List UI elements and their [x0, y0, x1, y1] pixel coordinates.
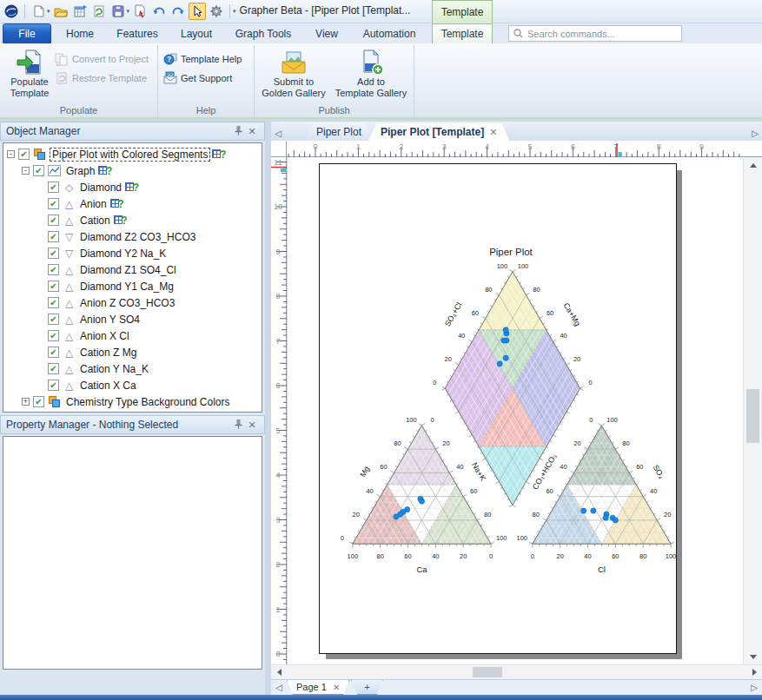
- doc-tab-piper-plot-template[interactable]: Piper Plot [Template] ✕: [368, 123, 509, 141]
- close-page-icon[interactable]: ✕: [333, 683, 340, 692]
- doc-tab-scroll-left-icon[interactable]: ◁: [271, 125, 285, 141]
- convert-to-project-button[interactable]: Convert to Project: [55, 50, 149, 68]
- restore-template-button[interactable]: Restore Template: [55, 69, 147, 87]
- vertical-scrollbar[interactable]: [743, 157, 762, 664]
- page-tab-scroll-right-icon[interactable]: ▷: [746, 683, 762, 692]
- redo-icon[interactable]: [169, 3, 187, 20]
- hscroll-thumb[interactable]: [473, 667, 502, 677]
- tab-view[interactable]: View: [306, 23, 348, 43]
- tab-home[interactable]: Home: [56, 23, 104, 43]
- undo-icon[interactable]: [150, 3, 168, 20]
- tab-file[interactable]: File: [3, 23, 51, 43]
- scroll-up-icon[interactable]: [744, 159, 762, 171]
- tree-item[interactable]: -✔Piper Plot with Colored Segments?: [3, 146, 262, 162]
- close-tab-icon[interactable]: ✕: [489, 127, 497, 138]
- triangle-up-icon: △: [63, 363, 76, 375]
- tree-item[interactable]: ✔△Cation Z Mg: [3, 344, 262, 360]
- save-icon[interactable]: [109, 3, 127, 20]
- scroll-left-icon[interactable]: [273, 665, 285, 679]
- tab-features[interactable]: Features: [109, 23, 165, 43]
- plot-page[interactable]: 0204060801000204060801000204060801000204…: [319, 163, 677, 654]
- new-document-icon[interactable]: [30, 3, 47, 20]
- piper-plot[interactable]: 0204060801000204060801000204060801000204…: [320, 164, 676, 653]
- tree-item[interactable]: ✔△Cation?: [3, 212, 262, 228]
- submit-to-golden-gallery-button[interactable]: Submit to Golden Gallery: [259, 47, 328, 98]
- visibility-checkbox[interactable]: ✔: [33, 396, 44, 407]
- visibility-checkbox[interactable]: ✔: [48, 314, 59, 325]
- get-support-button[interactable]: Get Support: [163, 69, 232, 87]
- visibility-checkbox[interactable]: ✔: [48, 231, 59, 242]
- scroll-down-icon[interactable]: [744, 650, 762, 663]
- visibility-checkbox[interactable]: ✔: [48, 347, 59, 358]
- tree-item[interactable]: ✔△Diamond Y1 Ca_Mg: [3, 278, 262, 294]
- populate-field-icon[interactable]: ?: [98, 165, 112, 177]
- horizontal-scrollbar[interactable]: [271, 664, 762, 679]
- visibility-checkbox[interactable]: ✔: [48, 264, 59, 275]
- tab-graph-tools[interactable]: Graph Tools: [228, 23, 299, 43]
- tree-item[interactable]: ✔▽Diamond Z2 CO3_HCO3: [3, 228, 262, 245]
- add-page-tab[interactable]: +: [351, 680, 382, 695]
- populate-template-button[interactable]: Populate Template: [7, 47, 52, 98]
- reload-links-icon[interactable]: [90, 3, 108, 20]
- populate-field-icon[interactable]: ?: [110, 198, 124, 210]
- tab-layout[interactable]: Layout: [172, 23, 221, 43]
- close-icon[interactable]: ✕: [245, 126, 259, 137]
- tree-item[interactable]: ✔△Cation Y Na_K: [3, 360, 262, 377]
- expand-icon[interactable]: +: [22, 398, 30, 406]
- visibility-checkbox[interactable]: ✔: [18, 149, 30, 160]
- visibility-checkbox[interactable]: ✔: [33, 165, 44, 176]
- drawing-canvas[interactable]: 0204060801000204060801000204060801000204…: [288, 157, 743, 664]
- close-icon[interactable]: ✕: [245, 419, 259, 431]
- tree-item[interactable]: ✔◇Diamond?: [3, 179, 262, 195]
- ruler-corner: [271, 142, 287, 157]
- visibility-checkbox[interactable]: ✔: [48, 363, 59, 374]
- new-worksheet-icon[interactable]: [71, 3, 89, 20]
- svg-text:60: 60: [612, 552, 619, 560]
- svg-text:20: 20: [557, 552, 564, 560]
- grapher-logo-icon[interactable]: [3, 3, 20, 20]
- tree-item[interactable]: ✔△Anion X Cl: [3, 327, 262, 344]
- template-help-button[interactable]: ? Template Help: [163, 50, 242, 68]
- tree-item[interactable]: ✔△Anion Z CO3_HCO3: [3, 294, 262, 311]
- save-dropdown-arrow[interactable]: ▾: [127, 8, 130, 15]
- page-tab[interactable]: Page 1 ✕: [287, 680, 349, 695]
- vscroll-thumb[interactable]: [746, 389, 759, 443]
- pin-icon[interactable]: [231, 125, 245, 137]
- scroll-right-icon[interactable]: [748, 665, 760, 679]
- search-commands-box[interactable]: Search commands...: [508, 25, 682, 42]
- triangle-down-icon: ▽: [63, 231, 76, 243]
- visibility-checkbox[interactable]: ✔: [48, 330, 59, 341]
- populate-field-icon[interactable]: ?: [114, 215, 128, 227]
- tab-automation[interactable]: Automation: [354, 23, 424, 43]
- visibility-checkbox[interactable]: ✔: [48, 248, 59, 259]
- tree-item[interactable]: -✔Graph?: [3, 162, 262, 179]
- pointer-tool-icon[interactable]: [189, 3, 206, 20]
- tree-item[interactable]: +✔Chemistry Type Background Colors: [3, 393, 262, 410]
- collapse-icon[interactable]: -: [7, 150, 15, 158]
- add-to-template-gallery-button[interactable]: Add to Template Gallery: [331, 47, 411, 98]
- visibility-checkbox[interactable]: ✔: [48, 297, 59, 308]
- visibility-checkbox[interactable]: ✔: [48, 198, 59, 209]
- new-dropdown-arrow[interactable]: ▾: [47, 8, 50, 15]
- tree-item[interactable]: ✔▽Diamond Y2 Na_K: [3, 245, 262, 261]
- tree-item[interactable]: ✔△Cation X Ca: [3, 377, 262, 393]
- pin-icon[interactable]: [231, 419, 245, 431]
- export-icon[interactable]: [131, 3, 149, 20]
- doc-tab-scroll-right-icon[interactable]: ▷: [748, 125, 762, 141]
- visibility-checkbox[interactable]: ✔: [48, 215, 59, 226]
- open-file-icon[interactable]: [52, 3, 70, 20]
- tab-template[interactable]: Template: [432, 23, 493, 43]
- doc-tab-piper-plot[interactable]: Piper Plot: [304, 123, 374, 141]
- visibility-checkbox[interactable]: ✔: [48, 281, 59, 292]
- tree-item[interactable]: ✔△Diamond Z1 SO4_Cl: [3, 261, 262, 278]
- collapse-icon[interactable]: -: [22, 167, 30, 175]
- visibility-checkbox[interactable]: ✔: [48, 380, 59, 391]
- visibility-checkbox[interactable]: ✔: [48, 182, 59, 193]
- tree-item-label: Diamond: [78, 182, 123, 194]
- svg-text:9: 9: [275, 248, 280, 256]
- page-tab-scroll-left-icon[interactable]: ◁: [271, 683, 287, 692]
- populate-field-icon[interactable]: ?: [212, 149, 226, 161]
- tree-item[interactable]: ✔△Anion?: [3, 195, 262, 212]
- tree-item[interactable]: ✔△Anion Y SO4: [3, 311, 262, 327]
- populate-field-icon[interactable]: ?: [125, 182, 139, 194]
